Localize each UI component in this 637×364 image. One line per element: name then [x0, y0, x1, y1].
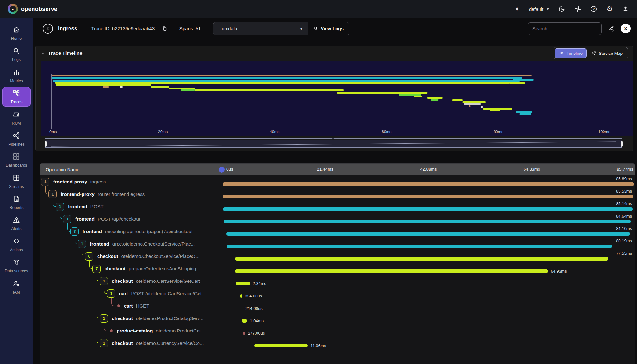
org-select[interactable]: default ▼	[529, 6, 550, 12]
span-duration-cell[interactable]: 85.69ms	[222, 175, 635, 188]
service-map-toggle-button[interactable]: Service Map	[587, 48, 627, 58]
back-button[interactable]	[43, 24, 53, 34]
collapse-count-badge[interactable]: 1	[41, 178, 49, 186]
span-duration-bar[interactable]	[226, 232, 630, 236]
span-row[interactable]: 1frontendgrpc.oteldemo.CheckoutService/P…	[40, 238, 635, 250]
sidebar-item-traces[interactable]: Traces	[2, 87, 31, 106]
sidebar-item-home[interactable]: Home	[2, 24, 31, 43]
span-row[interactable]: product-catalogoteldemo.ProductCat...277…	[40, 325, 635, 337]
collapse-count-badge[interactable]: 1	[63, 215, 71, 223]
collapse-count-badge[interactable]: 3	[70, 227, 79, 236]
span-duration-cell[interactable]: 84.10ms	[222, 225, 635, 238]
range-handle-right[interactable]	[621, 141, 623, 147]
collapse-count-badge[interactable]: 1	[107, 289, 115, 298]
sidebar-item-label: Home	[11, 36, 22, 41]
span-duration-cell[interactable]: 80.19ms	[222, 238, 635, 250]
ai-sparkle-icon[interactable]: ✦	[513, 5, 521, 13]
sidebar-item-streams[interactable]: Streams	[2, 172, 31, 191]
timeline-toggle-button[interactable]: Timeline	[555, 48, 587, 58]
span-duration-bar[interactable]	[235, 269, 548, 273]
collapse-count-badge[interactable]: 1	[100, 277, 108, 285]
span-duration-bar[interactable]	[223, 195, 633, 198]
span-row[interactable]: 1checkoutoteldemo.CartService/GetCart2.8…	[40, 275, 635, 287]
span-row[interactable]: 1frontend-proxyingress85.69ms	[40, 175, 635, 188]
slack-icon[interactable]	[574, 5, 582, 13]
close-button[interactable]: ✕	[621, 24, 631, 33]
span-duration-cell[interactable]: 2.84ms	[222, 275, 635, 287]
copy-icon[interactable]	[162, 26, 167, 31]
span-duration-bar[interactable]	[254, 344, 308, 347]
span-row[interactable]: 1frontendPOST85.14ms	[40, 200, 635, 213]
timeline-minimap[interactable]: 0ms 20ms 40ms 60ms 80ms 100ms	[41, 61, 633, 136]
sidebar-item-rum[interactable]: RUM	[2, 108, 31, 128]
help-icon[interactable]: ?	[590, 5, 597, 13]
sidebar-item-pipelines[interactable]: Pipelines	[2, 129, 31, 149]
span-name-cell: 1frontendPOST	[40, 200, 222, 213]
collapse-count-badge[interactable]: 1	[100, 339, 108, 347]
span-row[interactable]: 6checkoutoteldemo.CheckoutService/PlaceO…	[40, 250, 635, 262]
timeline-range-selector[interactable]	[45, 138, 622, 148]
range-grip-handle[interactable]	[331, 138, 336, 139]
span-row[interactable]: 1cartPOST /oteldemo.CartService/Get...35…	[40, 287, 635, 300]
span-duration-cell[interactable]: 354.00us	[222, 287, 635, 300]
sidebar-item-data-sources[interactable]: Data sources	[2, 256, 31, 275]
profile-icon[interactable]	[622, 5, 629, 13]
minimap-span-segment	[103, 86, 109, 88]
span-duration-cell[interactable]: 277.00us	[222, 325, 635, 337]
share-icon[interactable]	[608, 25, 614, 32]
range-selector-rail[interactable]	[45, 138, 622, 139]
view-logs-button[interactable]: View Logs	[308, 22, 349, 35]
span-duration-bar[interactable]	[227, 245, 612, 248]
span-duration-bar[interactable]	[243, 332, 245, 335]
span-row[interactable]: 1checkoutoteldemo.ProductCatalogServ...1…	[40, 312, 635, 325]
span-duration-cell[interactable]: 85.53ms	[222, 188, 635, 200]
stream-select[interactable]: _rumdata ▼	[213, 22, 308, 35]
sidebar-item-reports[interactable]: Reports	[2, 193, 31, 212]
span-duration-cell[interactable]: 64.93ms	[222, 262, 635, 275]
minimap-span-segment	[120, 86, 123, 88]
collapse-count-badge[interactable]: 1	[48, 190, 57, 198]
span-row[interactable]: cartHGET214.00us	[40, 300, 635, 312]
span-row[interactable]: 1checkoutoteldemo.CurrencyService/Co...1…	[40, 337, 635, 349]
span-duration-bar[interactable]	[236, 282, 250, 285]
span-duration-cell[interactable]: 84.64ms	[222, 213, 635, 225]
span-duration-bar[interactable]	[223, 182, 634, 186]
collapse-count-badge[interactable]: 7	[92, 265, 101, 273]
service-name: frontend	[75, 216, 95, 222]
dark-mode-moon-icon[interactable]	[558, 5, 566, 13]
span-row[interactable]: 7checkoutprepareOrderItemsAndShipping...…	[40, 262, 635, 275]
span-row[interactable]: 3frontendexecuting api route (pages) /ap…	[40, 225, 635, 238]
sidebar-item-dashboards[interactable]: Dashboards	[2, 150, 31, 170]
collapse-caret-icon[interactable]	[41, 51, 46, 56]
span-duration-cell[interactable]: 77.55ms	[222, 250, 635, 262]
range-overview-line	[45, 140, 622, 147]
collapse-count-badge[interactable]: 1	[100, 314, 108, 323]
span-row[interactable]: 1frontend-proxyrouter frontend egress85.…	[40, 188, 635, 200]
collapse-count-badge[interactable]: 1	[78, 240, 86, 248]
span-duration-cell[interactable]: 1.04ms	[222, 312, 635, 325]
span-duration-bar[interactable]	[240, 294, 242, 298]
span-duration-cell[interactable]: 11.06ms	[222, 337, 635, 349]
span-name-cell: 1frontendgrpc.oteldemo.CheckoutService/P…	[40, 238, 222, 250]
span-duration-bar[interactable]	[235, 257, 608, 261]
span-duration-bar[interactable]	[242, 319, 247, 323]
range-handle-left[interactable]	[45, 141, 47, 147]
span-duration-bar[interactable]	[223, 207, 632, 211]
search-input[interactable]	[528, 22, 602, 35]
sidebar-item-actions[interactable]: Actions	[2, 235, 31, 254]
column-resize-handle[interactable]	[219, 167, 225, 173]
sidebar-item-metrics[interactable]: Metrics	[2, 66, 31, 85]
span-name-cell: 1frontend-proxyingress	[40, 175, 222, 188]
span-duration-cell[interactable]: 214.00us	[222, 300, 635, 312]
span-row[interactable]: 1frontendPOST /api/checkout84.64ms	[40, 213, 635, 225]
sidebar-item-logs[interactable]: Logs	[2, 45, 31, 64]
sidebar-item-alerts[interactable]: Alerts	[2, 214, 31, 233]
span-duration-bar[interactable]	[242, 307, 242, 310]
sidebar-item-iam[interactable]: IAM	[2, 277, 31, 297]
span-duration-bar[interactable]	[224, 220, 630, 223]
collapse-count-badge[interactable]: 1	[56, 203, 64, 211]
range-selector-window[interactable]	[45, 140, 622, 148]
settings-gear-icon[interactable]: ⚙	[606, 5, 613, 13]
span-duration-cell[interactable]: 85.14ms	[222, 200, 635, 213]
collapse-count-badge[interactable]: 6	[85, 252, 93, 261]
